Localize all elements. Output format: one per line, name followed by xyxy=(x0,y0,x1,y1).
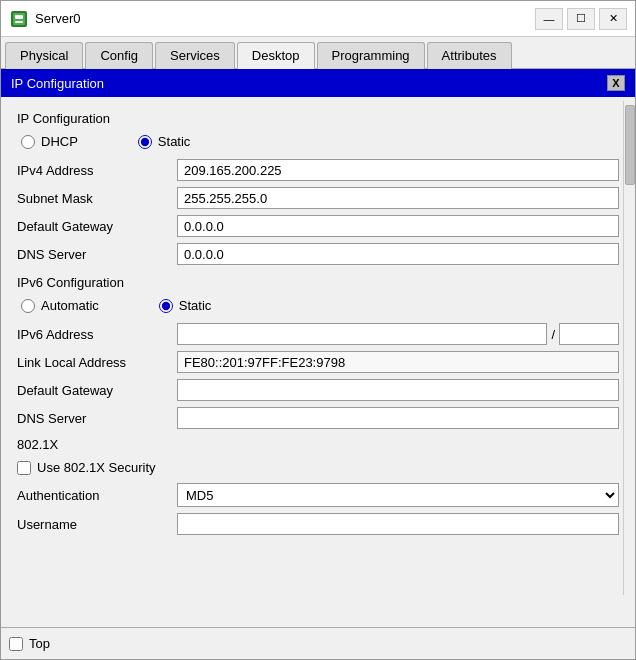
section-802-label: 802.1X xyxy=(17,437,619,452)
window-title: Server0 xyxy=(35,11,535,26)
ipv6-dns-server-row: DNS Server xyxy=(17,407,619,429)
authentication-label: Authentication xyxy=(17,488,177,503)
ipv4-address-row: IPv4 Address xyxy=(17,159,619,181)
dhcp-radio[interactable] xyxy=(21,135,35,149)
ipv6-section-label: IPv6 Configuration xyxy=(17,275,619,290)
ipv6-address-inputs: / xyxy=(177,323,619,345)
content-area: IP Configuration X IP Configuration DHCP… xyxy=(1,69,635,627)
ipv6-section: IPv6 Configuration Automatic Static IPv6… xyxy=(17,275,619,429)
scrollbar-thumb[interactable] xyxy=(625,105,635,185)
tab-bar: Physical Config Services Desktop Program… xyxy=(1,37,635,69)
title-bar: Server0 — ☐ ✕ xyxy=(1,1,635,37)
use-802-checkbox-row: Use 802.1X Security xyxy=(17,460,619,475)
bottom-bar: Top xyxy=(1,627,635,659)
default-gateway-label: Default Gateway xyxy=(17,219,177,234)
tab-physical[interactable]: Physical xyxy=(5,42,83,69)
static-radio[interactable] xyxy=(138,135,152,149)
ipv6-address-row: IPv6 Address / xyxy=(17,323,619,345)
link-local-address-input[interactable] xyxy=(177,351,619,373)
ipv6-static-radio[interactable] xyxy=(159,299,173,313)
ipv6-dns-server-label: DNS Server xyxy=(17,411,177,426)
ipv6-dns-server-input[interactable] xyxy=(177,407,619,429)
app-icon xyxy=(9,9,29,29)
tab-services[interactable]: Services xyxy=(155,42,235,69)
window-controls: — ☐ ✕ xyxy=(535,8,627,30)
subnet-mask-input[interactable] xyxy=(177,187,619,209)
default-gateway-input[interactable] xyxy=(177,215,619,237)
ip-config-title: IP Configuration xyxy=(11,76,104,91)
tab-attributes[interactable]: Attributes xyxy=(427,42,512,69)
svg-rect-2 xyxy=(15,15,23,19)
ipv6-slash: / xyxy=(547,327,559,342)
ipv4-radio-row: DHCP Static xyxy=(21,134,619,149)
section-802: 802.1X Use 802.1X Security Authenticatio… xyxy=(17,437,619,535)
authentication-select[interactable]: MD5 SHA xyxy=(177,483,619,507)
ipv6-static-radio-label[interactable]: Static xyxy=(159,298,212,313)
static-label: Static xyxy=(158,134,191,149)
username-input[interactable] xyxy=(177,513,619,535)
subnet-mask-row: Subnet Mask xyxy=(17,187,619,209)
dns-server-label: DNS Server xyxy=(17,247,177,262)
minimize-button[interactable]: — xyxy=(535,8,563,30)
automatic-radio[interactable] xyxy=(21,299,35,313)
maximize-button[interactable]: ☐ xyxy=(567,8,595,30)
close-button[interactable]: ✕ xyxy=(599,8,627,30)
subnet-mask-label: Subnet Mask xyxy=(17,191,177,206)
ipv6-default-gateway-input[interactable] xyxy=(177,379,619,401)
ip-config-header: IP Configuration X xyxy=(1,69,635,97)
scrollbar[interactable] xyxy=(623,101,635,595)
dns-server-row: DNS Server xyxy=(17,243,619,265)
top-checkbox[interactable] xyxy=(9,637,23,651)
ipv6-address-input[interactable] xyxy=(177,323,547,345)
link-local-address-label: Link Local Address xyxy=(17,355,177,370)
main-window: Server0 — ☐ ✕ Physical Config Services D… xyxy=(0,0,636,660)
ipv6-prefix-input[interactable] xyxy=(559,323,619,345)
ip-config-close-button[interactable]: X xyxy=(607,75,625,91)
dhcp-label: DHCP xyxy=(41,134,78,149)
svg-rect-3 xyxy=(15,21,23,23)
ipv6-default-gateway-row: Default Gateway xyxy=(17,379,619,401)
ipv4-section: IP Configuration DHCP Static IPv4 Addres… xyxy=(17,111,619,265)
ipv4-section-label: IP Configuration xyxy=(17,111,619,126)
ipv6-address-label: IPv6 Address xyxy=(17,327,177,342)
dns-server-input[interactable] xyxy=(177,243,619,265)
ipv6-static-label: Static xyxy=(179,298,212,313)
ipv6-radio-row: Automatic Static xyxy=(21,298,619,313)
ipv4-address-input[interactable] xyxy=(177,159,619,181)
automatic-radio-label[interactable]: Automatic xyxy=(21,298,99,313)
ipv6-default-gateway-label: Default Gateway xyxy=(17,383,177,398)
top-label: Top xyxy=(29,636,50,651)
use-802-checkbox[interactable] xyxy=(17,461,31,475)
tab-config[interactable]: Config xyxy=(85,42,153,69)
settings-panel: IP Configuration DHCP Static IPv4 Addres… xyxy=(1,97,635,623)
username-label: Username xyxy=(17,517,177,532)
ipv4-address-label: IPv4 Address xyxy=(17,163,177,178)
use-802-label: Use 802.1X Security xyxy=(37,460,156,475)
authentication-row: Authentication MD5 SHA xyxy=(17,483,619,507)
tab-programming[interactable]: Programming xyxy=(317,42,425,69)
link-local-address-row: Link Local Address xyxy=(17,351,619,373)
automatic-label: Automatic xyxy=(41,298,99,313)
username-row: Username xyxy=(17,513,619,535)
dhcp-radio-label[interactable]: DHCP xyxy=(21,134,78,149)
tab-desktop[interactable]: Desktop xyxy=(237,42,315,69)
static-radio-label[interactable]: Static xyxy=(138,134,191,149)
default-gateway-row: Default Gateway xyxy=(17,215,619,237)
